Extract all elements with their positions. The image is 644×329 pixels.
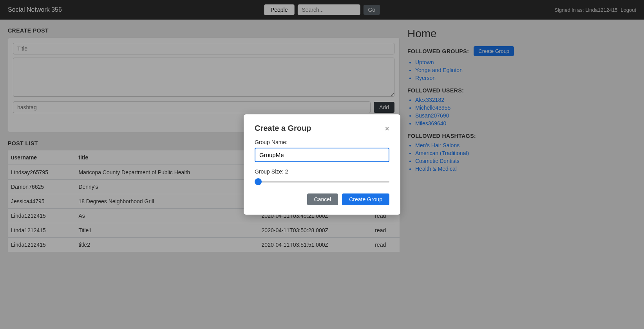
group-name-input[interactable] bbox=[255, 148, 389, 162]
modal-footer: Cancel Create Group bbox=[255, 193, 389, 205]
create-group-modal: Create a Group × Group Name: Group Size:… bbox=[244, 114, 400, 215]
modal-title: Create a Group bbox=[255, 124, 311, 133]
group-size-slider[interactable] bbox=[255, 181, 389, 183]
group-size-label: Group Size: 2 bbox=[255, 168, 389, 175]
group-name-label: Group Name: bbox=[255, 139, 389, 145]
cancel-button[interactable]: Cancel bbox=[307, 193, 338, 205]
slider-container bbox=[255, 177, 389, 184]
modal-header: Create a Group × bbox=[255, 124, 389, 133]
modal-close-button[interactable]: × bbox=[385, 125, 389, 132]
modal-overlay[interactable]: Create a Group × Group Name: Group Size:… bbox=[0, 0, 644, 329]
modal-create-group-button[interactable]: Create Group bbox=[342, 193, 389, 205]
